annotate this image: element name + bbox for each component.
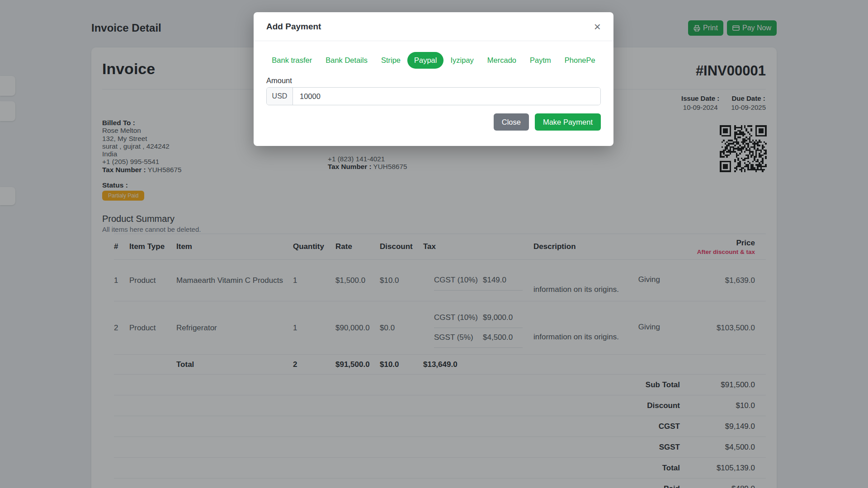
modal-header: Add Payment × (254, 12, 613, 41)
tab-stripe[interactable]: Stripe (374, 52, 407, 69)
amount-input[interactable] (293, 88, 600, 105)
make-payment-button[interactable]: Make Payment (535, 113, 601, 131)
tab-iyzipay[interactable]: Iyzipay (443, 52, 480, 69)
close-button[interactable]: Close (494, 113, 529, 131)
amount-input-group: USD (266, 87, 601, 105)
tab-phonepe[interactable]: PhonePe (558, 52, 602, 69)
tab-bank-transfer[interactable]: Bank trasfer (265, 52, 319, 69)
amount-label: Amount (266, 76, 292, 85)
modal-footer: Close Make Payment (494, 113, 601, 131)
close-icon[interactable]: × (594, 21, 601, 33)
tab-mercado[interactable]: Mercado (481, 52, 523, 69)
currency-prefix: USD (267, 88, 293, 105)
screen: Invoice Detail Print Pay Now Invoice #IN… (0, 0, 868, 488)
tab-paypal[interactable]: Paypal (407, 52, 443, 69)
modal-title: Add Payment (266, 22, 321, 32)
add-payment-modal: Add Payment × Bank trasfer Bank Details … (254, 12, 613, 146)
payment-method-tabs: Bank trasfer Bank Details Stripe Paypal … (254, 52, 613, 69)
tab-bank-details[interactable]: Bank Details (319, 52, 374, 69)
tab-paytm[interactable]: Paytm (523, 52, 558, 69)
